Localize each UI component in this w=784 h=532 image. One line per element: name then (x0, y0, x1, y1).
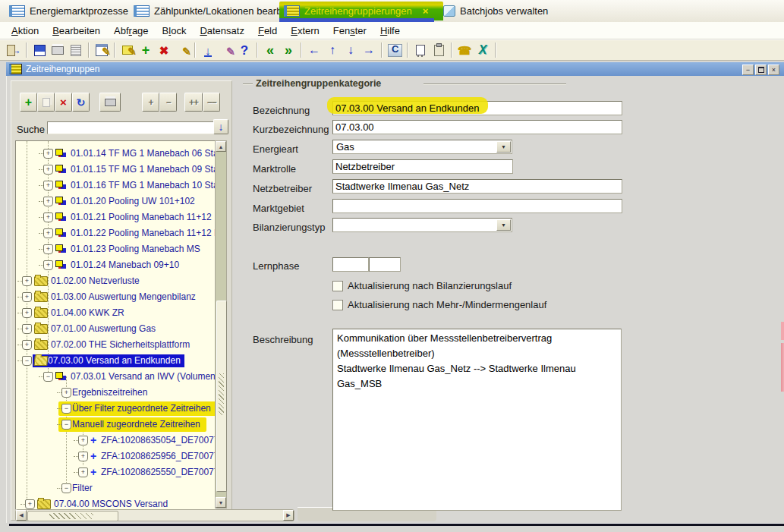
window-title-bar[interactable]: Zeitreihengruppen (6, 62, 784, 76)
lernphase-field-1[interactable] (332, 257, 369, 272)
tree-item[interactable]: +ZFA:10208625956_DE70077298 (16, 449, 216, 464)
tab-zaehlpunkte[interactable]: Zählpunkte/Lokationen bearb... (129, 2, 287, 20)
vertical-scroll-thumb[interactable] (216, 301, 227, 492)
tree-item[interactable]: +01.01.21 Pooling Manebach 11+12 (16, 210, 216, 225)
tree-delete-button[interactable]: × (55, 93, 72, 112)
nav-right-icon[interactable]: → (360, 42, 378, 58)
nav-left-icon[interactable]: ← (305, 42, 323, 58)
netzbetreiber-field[interactable] (332, 179, 622, 194)
delete-record-icon[interactable]: ✖ (155, 42, 173, 58)
tree-expander[interactable]: + (43, 149, 53, 159)
tree-item[interactable]: +01.01.16 TF MG 1 Manebach 10 Station (16, 178, 216, 194)
tree-item[interactable]: +01.01.24 Manebach 09+10 (16, 258, 216, 273)
tree-expander[interactable]: + (22, 340, 32, 350)
menu-extern[interactable]: Extern (284, 25, 326, 36)
tree-expander[interactable]: + (22, 292, 32, 302)
tree-item[interactable]: +01.01.14 TF MG 1 Manebach 06 Station (16, 146, 216, 162)
window-close-icon[interactable]: × (768, 65, 779, 75)
tree-item[interactable]: +07.02.00 THE Sicherheitsplattform (16, 338, 216, 353)
bezeichnung-field[interactable]: 07.03.00 Versand an Endkunden (332, 101, 622, 115)
help-icon[interactable]: ? (235, 42, 253, 58)
tree-expander[interactable]: + (43, 212, 53, 222)
kurzbezeichnung-field[interactable] (332, 120, 622, 134)
menu-hilfe[interactable]: Hilfe (373, 25, 407, 36)
tree-expander[interactable]: + (22, 276, 32, 286)
tree-item[interactable]: +01.01.22 Pooling Manebach 11+12 EIN (16, 226, 216, 241)
next-block-icon[interactable]: » (279, 42, 298, 58)
save-icon[interactable] (30, 42, 49, 58)
tree-item[interactable]: +01.01.15 TF MG 1 Manebach 09 Station (16, 162, 216, 178)
tree-expander[interactable]: + (43, 181, 53, 190)
tab-energiemarktprozesse[interactable]: Energiemarktprozesse (5, 2, 134, 20)
exit-icon[interactable]: → (5, 42, 23, 58)
marktgebiet-field[interactable] (332, 199, 622, 213)
print-icon[interactable] (49, 42, 67, 58)
tree-item-highlighted[interactable]: −Manuell zugeordnete Zeitreihen (16, 417, 216, 433)
tree-refresh-button[interactable]: ↻ (72, 93, 90, 112)
tree-print-button[interactable] (99, 93, 121, 112)
beschreibung-textarea[interactable]: Kommunikation über Messstellenbetreiberv… (332, 329, 622, 511)
document-icon[interactable] (411, 42, 430, 58)
clipboard-icon[interactable] (430, 42, 448, 58)
edit-icon[interactable]: ✎ (217, 42, 235, 58)
tree-expander[interactable]: + (43, 244, 53, 254)
tree-item[interactable]: +ZFA:10208625550_DE70077298 (16, 465, 216, 480)
marktrolle-field[interactable] (332, 159, 513, 174)
tree-view[interactable]: +01.01.14 TF MG 1 Manebach 06 Station +0… (15, 140, 216, 510)
app-logo-icon[interactable]: C (386, 42, 404, 58)
tree-expander[interactable]: + (78, 436, 88, 445)
tree-expander[interactable]: + (25, 499, 35, 509)
menu-datensatz[interactable]: Datensatz (193, 25, 251, 36)
tree-expander[interactable]: − (61, 404, 71, 414)
nav-up-icon[interactable]: ↑ (323, 42, 342, 58)
enter-query-icon[interactable]: ✎ (118, 42, 137, 58)
tree-item-highlighted[interactable]: −Über Filter zugeordnete Zeitreihen (16, 401, 216, 417)
menu-aktion[interactable]: Aktion (5, 25, 46, 36)
scroll-down-icon[interactable]: ▼ (216, 497, 226, 508)
menu-abfrage[interactable]: Abfrage (107, 25, 156, 36)
excel-export-icon[interactable]: X (474, 42, 492, 58)
scroll-left-icon[interactable]: ◀ (16, 510, 27, 521)
tree-item[interactable]: +Ergebniszeitreihen (16, 386, 216, 401)
tree-item[interactable]: +ZFA:10208635054_DE70077298 (16, 433, 216, 449)
scroll-right-icon[interactable]: ▶ (283, 510, 294, 521)
query-find-icon[interactable]: ✎ (93, 42, 111, 58)
menu-fenster[interactable]: Fenster (326, 25, 373, 36)
menu-bearbeiten[interactable]: Bearbeiten (46, 25, 107, 36)
tree-item[interactable]: +01.03.00 Auswertung Mengenbilanz (16, 290, 216, 305)
report-icon[interactable] (67, 42, 85, 58)
tree-copy-button[interactable] (37, 93, 55, 112)
horizontal-scroll-thumb[interactable] (27, 511, 118, 521)
tree-item[interactable]: +07.01.00 Auswertung Gas (16, 322, 216, 337)
tree-item[interactable]: −Filter (16, 481, 216, 496)
tree-item[interactable]: +01.02.00 Netzverluste (16, 274, 216, 289)
menu-feld[interactable]: Feld (251, 25, 284, 36)
bilanzierungslauf-checkbox[interactable] (332, 281, 343, 291)
search-go-icon[interactable]: ↓ (213, 119, 228, 134)
bilanzierungstyp-combobox[interactable]: ▼ (332, 218, 512, 232)
phone-support-icon[interactable]: ☎ (455, 42, 474, 58)
chevron-down-icon[interactable]: ▼ (496, 219, 511, 231)
tree-expander[interactable]: + (43, 197, 53, 206)
previous-block-icon[interactable]: « (261, 42, 279, 58)
tree-expander[interactable]: − (22, 356, 32, 366)
tree-expander[interactable]: + (43, 228, 53, 238)
tree-add-button[interactable]: + (20, 93, 37, 112)
tree-item[interactable]: +01.01.23 Pooling Manebach MS (16, 242, 216, 257)
tree-expander[interactable]: + (22, 324, 32, 334)
tab-batchjobs[interactable]: Batchjobs verwalten (439, 2, 569, 20)
insert-record-icon[interactable]: + (137, 42, 155, 58)
tree-expander[interactable]: − (61, 483, 71, 493)
tree-item[interactable]: +07.04.00 MSCONS Versand (16, 497, 216, 510)
tree-expander[interactable]: − (43, 372, 53, 382)
tree-item[interactable]: +01.01.20 Pooling UW 101+102 (16, 194, 216, 209)
lernphase-field-2[interactable] (369, 257, 401, 272)
tree-horizontal-scrollbar[interactable]: ◀ ▶ (15, 509, 294, 521)
tree-expand-all-button[interactable]: ++ (184, 93, 203, 112)
window-restore-icon[interactable] (755, 65, 767, 75)
tree-expand-button[interactable]: + (142, 93, 159, 112)
tree-expander[interactable]: − (61, 420, 71, 430)
nav-down-icon[interactable]: ↓ (342, 42, 360, 58)
mindermengenlauf-checkbox[interactable] (332, 300, 343, 310)
search-input[interactable] (47, 121, 214, 134)
